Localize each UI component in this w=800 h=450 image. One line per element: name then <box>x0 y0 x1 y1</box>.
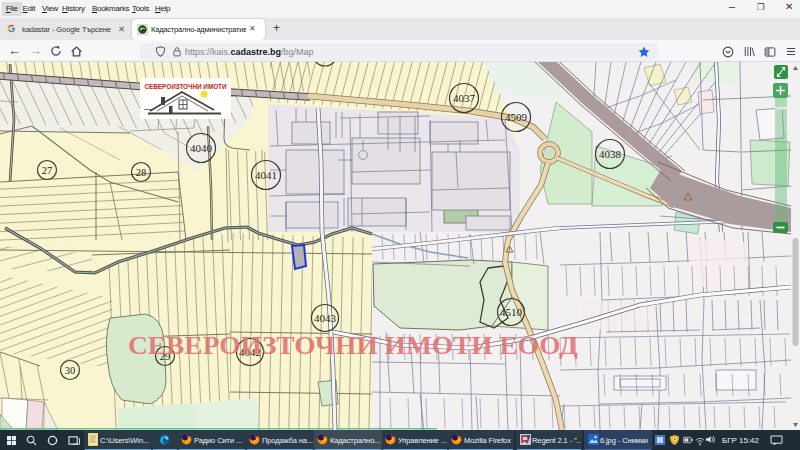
svg-text:4509: 4509 <box>505 111 528 123</box>
svg-text:27: 27 <box>42 165 53 176</box>
svg-text:4043: 4043 <box>314 312 337 324</box>
svg-text:28: 28 <box>136 167 147 178</box>
svg-text:4037: 4037 <box>453 92 476 104</box>
svg-text:30: 30 <box>65 365 76 376</box>
svg-text:СЕВЕРОИЗТОЧНИ ИМОТИ ЕООД: СЕВЕРОИЗТОЧНИ ИМОТИ ЕООД <box>128 331 578 360</box>
svg-text:4041: 4041 <box>255 169 277 181</box>
svg-text:4040: 4040 <box>190 142 213 154</box>
svg-text:4038: 4038 <box>599 148 622 160</box>
svg-text:СЕВЕРОИЗТОЧНИ ИМОТИ: СЕВЕРОИЗТОЧНИ ИМОТИ <box>145 83 227 90</box>
svg-text:4510: 4510 <box>500 306 523 318</box>
